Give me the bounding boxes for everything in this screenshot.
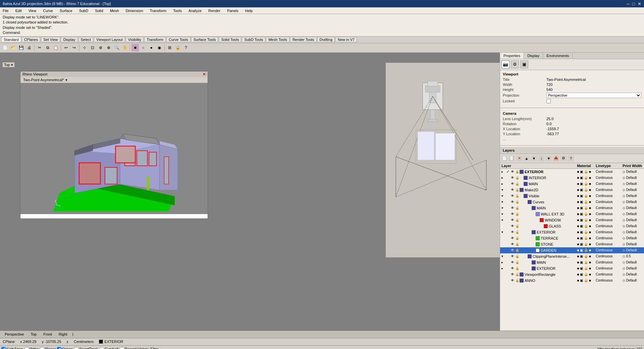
toolbar-zoom-sel[interactable]: ⊕ [105,44,112,51]
toolbar-wireframe[interactable]: ○ [140,44,147,51]
toolbar-cut[interactable]: ✂ [36,44,43,51]
layer-color-garden[interactable] [536,248,540,252]
toolbar-help[interactable]: ? [182,44,190,51]
layer-row-viewport-rect[interactable]: 👁 🔒 ViewportRectangle ■ ▣ 🔒 ■ Continuous… [500,271,644,278]
layer-row-wall-ext[interactable]: ▾ 👁 🔒 WALL EXT 3D ■ ▣ 🔒 ■ Continuous ◇ D… [500,211,644,217]
tab-render-tools[interactable]: Render Tools [290,37,317,42]
menu-help[interactable]: Help [244,9,254,13]
vp-btn-front[interactable]: Front [41,332,54,336]
layer-btn-filter[interactable]: ▼ [545,155,552,162]
prop-select-projection[interactable]: Perspective Parallel Two-Point [546,93,641,98]
layer-row-garden[interactable]: 👁 🔒 GARDEN ■ ▣ 🔒 ■ Continuous ◇ Default [500,247,644,253]
layer-mat-anno[interactable]: ■ ▣ 🔒 ■ [572,279,596,282]
layer-mat-wall-ext[interactable]: ■ ▣ 🔒 ■ [572,212,596,216]
layer-row-window[interactable]: ▾ 👁 🔒 WINDOW ■ ▣ 🔒 ■ Continuous ◇ Defaul… [500,217,644,223]
layer-row-exterior3[interactable]: ▸ 👁 🔒 EXTERIOR ■ ▣ 🔒 ■ Continuous ◇ Defa… [500,265,644,271]
layer-color-stone[interactable] [536,242,540,246]
layer-color-visible[interactable] [524,194,528,198]
layer-color-main3[interactable] [532,260,536,264]
layer-row-curves[interactable]: ▾ 👁 🔒 Curves ■ ▣ 🔒 ■ Continuous ◇ Defaul… [500,199,644,205]
menu-edit[interactable]: Edit [14,9,23,13]
layer-name-visible[interactable]: Visible [529,194,572,198]
layer-name-stone[interactable]: STONE [541,242,572,246]
toolbar-zoom-ext[interactable]: ⊛ [97,44,104,51]
layer-mat-exterior3[interactable]: ■ ▣ 🔒 ■ [572,266,596,270]
layer-color-wall-ext[interactable] [536,212,540,216]
layer-btn-sort[interactable]: ↕ [538,155,545,162]
toolbar-snap[interactable]: ⊞ [166,44,173,51]
layer-name-main[interactable]: MAIN [529,182,572,186]
tab-drafting[interactable]: Drafting [317,37,335,42]
camera-tab[interactable]: Two-Point Asymmetrical* ▾ [20,77,208,83]
layer-row-exterior2[interactable]: ▾ 👁 🔒 EXTERIOR ■ ▣ 🔒 ■ Continuous ◇ Defa… [500,229,644,235]
layer-mat-visible[interactable]: ■ ▣ 🔒 ■ [572,194,596,198]
layer-expand-wall-ext[interactable]: ▾ [501,212,505,216]
vp-btn-perspective[interactable]: Perspective [3,332,26,336]
toolbar-open[interactable]: 📂 [9,44,17,51]
layer-color-curves[interactable] [528,200,532,204]
command-line[interactable]: Command: [3,30,641,35]
tab-setview[interactable]: Set View [41,37,60,42]
layer-name-make2d[interactable]: Make2D [525,188,572,192]
layer-mat-main[interactable]: ■ ▣ 🔒 ■ [572,182,596,186]
tab-viewport-layout[interactable]: Viewport Layout [94,37,125,42]
vp-btn-right[interactable]: Right [57,332,69,336]
tab-environments[interactable]: Environments [543,53,573,59]
layer-row-main3[interactable]: ▸ 👁 🔒 MAIN ■ ▣ 🔒 ■ Continuous ◇ Default [500,259,644,265]
layer-color-exterior3[interactable] [532,266,536,270]
layer-name-wall-ext[interactable]: WALL EXT 3D [541,212,572,216]
layer-name-interior[interactable]: INTERIOR [529,176,572,180]
layer-expand-curves[interactable]: ▾ [501,200,505,204]
filter-label[interactable]: Filter [150,347,158,349]
toolbar-redo[interactable]: ↪ [70,44,78,51]
layer-name-garden[interactable]: GARDEN [541,248,572,252]
layer-expand-exterior2[interactable]: ▾ [501,230,505,234]
tab-curve-tools[interactable]: Curve Tools [166,37,191,42]
layer-mat-viewport-rect[interactable]: ■ ▣ 🔒 ■ [572,272,596,276]
layer-row-main2[interactable]: ▾ 👁 🔒 MAIN ■ ▣ 🔒 ■ Continuous ◇ Default [500,205,644,211]
viewport-name[interactable]: Top ▾ [3,62,14,67]
layer-color-interior[interactable] [524,176,528,180]
smarttrack-checkbox[interactable] [74,347,78,349]
layer-color-clipping[interactable] [528,254,532,258]
layer-btn-help[interactable]: ? [568,155,574,162]
layer-color-terrace[interactable] [536,236,540,240]
toolbar-new[interactable]: 📄 [1,44,9,51]
layer-expand-clipping[interactable]: ▾ [501,254,505,258]
menu-panels[interactable]: Panels [226,9,240,13]
layer-name-exterior2[interactable]: EXTERIOR [537,230,572,234]
gumball-checkbox[interactable] [100,347,104,349]
layer-name-exterior[interactable]: EXTERIOR [525,170,572,174]
layer-color-viewport-rect[interactable] [520,272,524,277]
camera-tab-arrow[interactable]: ▾ [65,78,67,82]
layer-color-main[interactable] [524,182,528,186]
menu-tools[interactable]: Tools [172,9,183,13]
layer-row-interior[interactable]: ▸ 👁 🔒 INTERIOR ■ ▣ 🔒 ■ Continuous ◇ Defa… [500,175,644,181]
toolbar-paste[interactable]: 📋 [52,44,59,51]
toolbar-copy[interactable]: ⧉ [44,44,51,51]
layer-mat-main2[interactable]: ■ ▣ 🔒 ■ [572,206,596,210]
layer-mat-window[interactable]: ■ ▣ 🔒 ■ [572,218,596,222]
layer-mat-exterior[interactable]: ■ ▣ 🔒 ■ [572,170,596,173]
layer-color-anno[interactable] [520,279,524,283]
menu-surface[interactable]: Surface [58,9,74,13]
layer-mat-main3[interactable]: ■ ▣ 🔒 ■ [572,260,596,264]
layer-expand-main3[interactable]: ▸ [501,260,505,264]
layer-color-exterior2[interactable] [532,230,536,234]
layer-name-glass[interactable]: GLASS [549,224,572,228]
menu-transform[interactable]: Transform [149,9,168,13]
layers-list[interactable]: ▸ ✓ 👁 🔒 EXTERIOR ■ ▣ 🔒 ■ Continuous ◇ De… [500,169,644,331]
vp-btn-top[interactable]: Top [29,332,39,336]
prop-checkbox-locked[interactable] [546,99,551,103]
layer-btn-new-sub[interactable]: 📑 [508,155,515,162]
layer-row-stone[interactable]: 👁 🔒 STONE ■ ▣ 🔒 ■ Continuous ◇ Default [500,241,644,247]
grid-snap-checkbox[interactable] [1,347,6,349]
layer-expand-exterior3[interactable]: ▸ [501,266,505,270]
layer-mat-make2d[interactable]: ■ ▣ 🔒 ■ [572,188,596,192]
toolbar-shaded[interactable]: ■ [131,44,139,51]
layer-mat-stone[interactable]: ■ ▣ 🔒 ■ [572,242,596,246]
layer-name-exterior3[interactable]: EXTERIOR [537,266,572,270]
record-history-checkbox[interactable] [120,347,124,349]
layer-row-exterior[interactable]: ▸ ✓ 👁 🔒 EXTERIOR ■ ▣ 🔒 ■ Continuous ◇ De… [500,169,644,175]
tab-subd-tools[interactable]: SubD Tools [242,37,265,42]
